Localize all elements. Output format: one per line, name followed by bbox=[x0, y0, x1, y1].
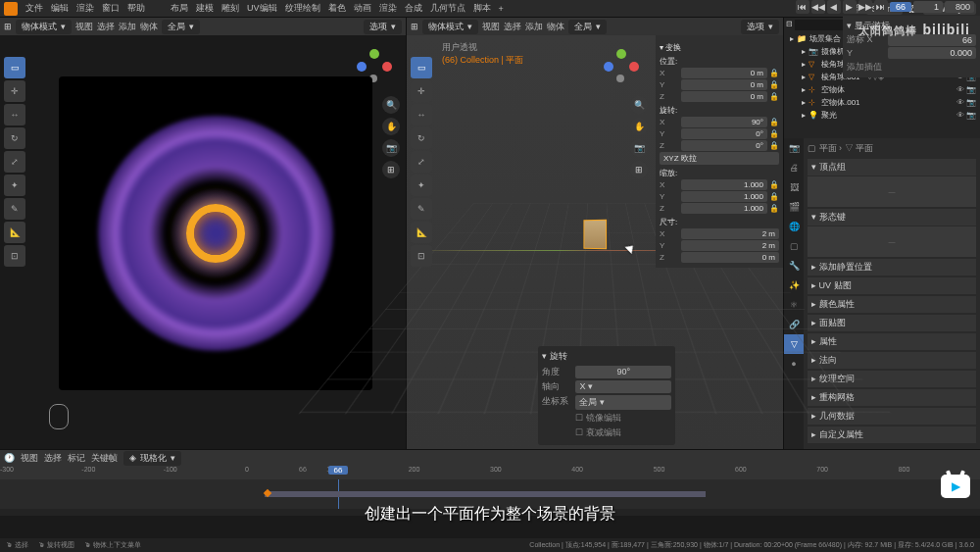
options-dropdown-left[interactable]: 选项 ▾ bbox=[364, 20, 402, 34]
editor-type-icon[interactable]: ⊞ bbox=[4, 22, 12, 31]
breadcrumb-object[interactable]: 平面 bbox=[819, 143, 837, 153]
transform-header[interactable]: ▾ 变换 bbox=[660, 42, 779, 53]
workspace-anim[interactable]: 动画 bbox=[354, 2, 371, 15]
tab-output-icon[interactable]: 🖨 bbox=[784, 158, 804, 177]
workspace-uv[interactable]: UV编辑 bbox=[247, 2, 277, 15]
tab-render-icon[interactable]: 📷 bbox=[784, 138, 804, 158]
tab-world-icon[interactable]: 🌐 bbox=[784, 217, 804, 236]
prev-key-button[interactable]: ◀◀ bbox=[811, 0, 825, 14]
menu-edit[interactable]: 编辑 bbox=[51, 2, 69, 15]
workspace-layout[interactable]: 布局 bbox=[171, 2, 188, 15]
loc-y-field[interactable]: 0 m bbox=[681, 79, 767, 90]
tl-menu-view[interactable]: 视图 bbox=[21, 452, 38, 465]
breadcrumb-data[interactable]: 平面 bbox=[856, 143, 873, 153]
tool-scale[interactable]: ⤢ bbox=[4, 151, 25, 173]
property-section[interactable]: ▸ 自定义属性 bbox=[808, 427, 976, 443]
vp-menu-object[interactable]: 物体 bbox=[140, 21, 158, 33]
angle-field[interactable]: 90° bbox=[575, 366, 671, 378]
vp-menu-select[interactable]: 选择 bbox=[97, 21, 115, 33]
orient-dropdown[interactable]: 全局 ▾ bbox=[575, 395, 671, 410]
tool-measure[interactable]: 📐 bbox=[411, 222, 432, 243]
workspace-add[interactable]: + bbox=[499, 4, 504, 14]
mode-dropdown-right[interactable]: 物体模式 ▾ bbox=[422, 20, 478, 34]
tool-move[interactable]: ↔ bbox=[4, 104, 25, 125]
gizmo-x-icon[interactable] bbox=[382, 62, 392, 72]
mirror-edit-checkbox[interactable]: 镜像编辑 bbox=[586, 413, 621, 423]
end-frame-field[interactable]: 800 bbox=[945, 1, 974, 13]
orientation-dropdown-right[interactable]: 全局 ▾ bbox=[568, 20, 607, 34]
scl-z-field[interactable]: 1.000 bbox=[681, 203, 767, 214]
tool-addcube[interactable]: ⊡ bbox=[411, 245, 432, 267]
gizmo-neg-icon[interactable] bbox=[616, 75, 624, 82]
tab-scene-icon[interactable]: 🎬 bbox=[784, 197, 804, 217]
vp-menu-add[interactable]: 添加 bbox=[119, 21, 136, 33]
tool-select-box[interactable]: ▭ bbox=[4, 57, 25, 78]
axis-dropdown[interactable]: X ▾ bbox=[575, 380, 671, 393]
blender-logo-icon[interactable] bbox=[4, 2, 18, 16]
tool-cursor[interactable]: ✛ bbox=[411, 80, 432, 102]
camera-view-icon[interactable]: 📷 bbox=[382, 139, 400, 157]
scl-x-field[interactable]: 1.000 bbox=[681, 179, 767, 190]
property-section[interactable]: ▾ 形态键— bbox=[808, 209, 976, 257]
gizmo-z-icon[interactable] bbox=[357, 62, 367, 72]
tl-menu-select[interactable]: 选择 bbox=[44, 452, 62, 465]
workspace-geonodes[interactable]: 几何节点 bbox=[430, 2, 466, 15]
loc-x-field[interactable]: 0 m bbox=[681, 68, 767, 78]
gizmo-z-icon[interactable] bbox=[604, 62, 613, 72]
vp-menu-add[interactable]: 添加 bbox=[525, 21, 543, 33]
outliner-item[interactable]: ▸💡聚光👁📷 bbox=[786, 109, 978, 122]
jump-end-button[interactable]: ⏭ bbox=[874, 0, 888, 14]
bilibili-tv-icon[interactable]: ▶ bbox=[941, 475, 970, 498]
outliner-type-icon[interactable]: ⊟ bbox=[786, 20, 793, 30]
pan-icon[interactable]: ✋ bbox=[630, 118, 648, 135]
tool-rotate[interactable]: ↻ bbox=[4, 127, 25, 149]
tool-transform[interactable]: ✦ bbox=[411, 175, 432, 196]
tool-scale[interactable]: ⤢ bbox=[411, 151, 432, 173]
dim-y-field[interactable]: 2 m bbox=[681, 240, 779, 251]
persp-toggle-icon[interactable]: ⊞ bbox=[382, 161, 400, 178]
property-section[interactable]: ▸ 颜色属性 bbox=[808, 296, 976, 313]
editor-type-icon[interactable]: 🕐 bbox=[4, 453, 15, 463]
mode-dropdown-left[interactable]: 物体模式 ▾ bbox=[16, 20, 72, 34]
menu-window[interactable]: 窗口 bbox=[102, 2, 120, 15]
property-section[interactable]: ▸ 添加静置位置 bbox=[808, 259, 976, 276]
workspace-shading[interactable]: 着色 bbox=[328, 2, 346, 15]
gizmo-y-icon[interactable] bbox=[616, 49, 626, 59]
orientation-dropdown-left[interactable]: 全局 ▾ bbox=[162, 20, 200, 34]
plane-object[interactable] bbox=[583, 219, 607, 249]
menu-help[interactable]: 帮助 bbox=[127, 2, 145, 15]
editor-type-icon[interactable]: ⊞ bbox=[411, 22, 418, 31]
current-frame-field[interactable]: 66 bbox=[890, 2, 911, 12]
pan-icon[interactable]: ✋ bbox=[382, 118, 400, 135]
scl-y-field[interactable]: 1.000 bbox=[681, 191, 767, 202]
property-section[interactable]: ▾ 顶点组— bbox=[808, 159, 976, 207]
workspace-comp[interactable]: 合成 bbox=[405, 2, 422, 15]
rot-mode-dropdown[interactable]: XYZ 欧拉 bbox=[660, 152, 779, 165]
gizmo-y-icon[interactable] bbox=[369, 49, 379, 59]
dim-x-field[interactable]: 2 m bbox=[681, 228, 779, 239]
keyframe-range[interactable] bbox=[265, 491, 706, 497]
vp-menu-view[interactable]: 视图 bbox=[482, 21, 500, 33]
jump-start-button[interactable]: ⏮ bbox=[796, 0, 809, 14]
workspace-script[interactable]: 脚本 bbox=[473, 2, 491, 15]
tool-measure[interactable]: 📐 bbox=[4, 222, 25, 243]
tl-menu-key[interactable]: 关键帧 bbox=[91, 452, 118, 465]
tool-move[interactable]: ↔ bbox=[411, 104, 432, 125]
tool-transform[interactable]: ✦ bbox=[4, 175, 25, 196]
property-section[interactable]: ▸ UV 贴图 bbox=[808, 277, 976, 294]
menu-file[interactable]: 文件 bbox=[25, 2, 43, 15]
tool-select-box[interactable]: ▭ bbox=[411, 57, 432, 78]
vp-menu-select[interactable]: 选择 bbox=[504, 21, 521, 33]
tool-addcube[interactable]: ⊡ bbox=[4, 245, 25, 267]
next-key-button[interactable]: ▶▶ bbox=[858, 0, 872, 14]
persp-toggle-icon[interactable]: ⊞ bbox=[630, 161, 648, 178]
workspace-texpaint[interactable]: 纹理绘制 bbox=[285, 2, 320, 15]
nav-gizmo-right[interactable] bbox=[602, 47, 641, 86]
tab-viewlayer-icon[interactable]: 🖼 bbox=[784, 177, 804, 197]
tl-menu-marker[interactable]: 标记 bbox=[68, 452, 85, 465]
tool-rotate[interactable]: ↻ bbox=[411, 127, 432, 149]
prop-edit-checkbox[interactable]: 衰减编辑 bbox=[586, 427, 621, 437]
rot-z-field[interactable]: 0° bbox=[681, 140, 767, 151]
zoom-icon[interactable]: 🔍 bbox=[382, 96, 400, 114]
zoom-icon[interactable]: 🔍 bbox=[630, 96, 648, 114]
